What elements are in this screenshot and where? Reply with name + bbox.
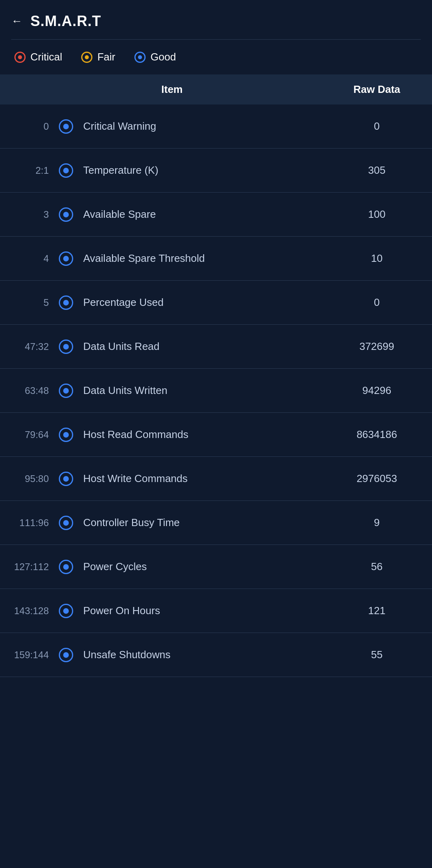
row-id: 95:80 xyxy=(11,473,55,484)
col-item-header: Item xyxy=(11,83,333,96)
status-circle xyxy=(59,648,73,662)
critical-icon xyxy=(14,52,26,63)
status-circle xyxy=(59,251,73,266)
header: ← S.M.A.R.T xyxy=(0,0,432,39)
status-circle xyxy=(59,119,73,134)
page-title: S.M.A.R.T xyxy=(30,13,101,30)
status-circle xyxy=(59,516,73,530)
row-status-icon xyxy=(55,207,77,222)
table-row: 47:32 Data Units Read 372699 xyxy=(0,325,432,369)
row-value: 121 xyxy=(333,605,421,617)
row-value: 372699 xyxy=(333,340,421,353)
row-name: Available Spare Threshold xyxy=(83,251,333,265)
row-status-icon xyxy=(55,472,77,486)
table-row: 95:80 Host Write Commands 2976053 xyxy=(0,457,432,501)
legend-fair: Fair xyxy=(81,51,115,63)
row-status-icon xyxy=(55,384,77,398)
row-name: Unsafe Shutdowns xyxy=(83,647,333,662)
row-status-icon xyxy=(55,295,77,310)
row-id: 4 xyxy=(11,253,55,264)
table-row: 127:112 Power Cycles 56 xyxy=(0,545,432,589)
row-id: 159:144 xyxy=(11,649,55,661)
row-status-icon xyxy=(55,604,77,618)
fair-label: Fair xyxy=(97,51,115,63)
row-name: Power Cycles xyxy=(83,559,333,574)
good-label: Good xyxy=(150,51,176,63)
table-row: 79:64 Host Read Commands 8634186 xyxy=(0,413,432,457)
row-id: 3 xyxy=(11,209,55,220)
row-name: Percentage Used xyxy=(83,295,333,309)
table-body: 0 Critical Warning 0 2:1 Temperature (K)… xyxy=(0,104,432,677)
status-circle xyxy=(59,384,73,398)
row-id: 111:96 xyxy=(11,517,55,528)
row-name: Controller Busy Time xyxy=(83,515,333,530)
row-name: Data Units Read xyxy=(83,339,333,354)
table-row: 4 Available Spare Threshold 10 xyxy=(0,237,432,281)
row-status-icon xyxy=(55,560,77,574)
row-name: Host Read Commands xyxy=(83,427,333,442)
row-value: 55 xyxy=(333,649,421,661)
row-status-icon xyxy=(55,119,77,134)
row-id: 143:128 xyxy=(11,605,55,617)
table-row: 63:48 Data Units Written 94296 xyxy=(0,369,432,413)
row-value: 94296 xyxy=(333,384,421,397)
good-icon xyxy=(134,52,146,63)
row-id: 63:48 xyxy=(11,385,55,396)
table-row: 143:128 Power On Hours 121 xyxy=(0,589,432,633)
row-name: Available Spare xyxy=(83,207,333,221)
row-id: 47:32 xyxy=(11,341,55,352)
status-circle xyxy=(59,207,73,222)
row-name: Host Write Commands xyxy=(83,471,333,486)
legend-good: Good xyxy=(134,51,176,63)
status-circle xyxy=(59,604,73,618)
row-id: 79:64 xyxy=(11,429,55,440)
row-name: Data Units Written xyxy=(83,383,333,398)
row-value: 10 xyxy=(333,252,421,265)
row-id: 0 xyxy=(11,121,55,132)
row-value: 100 xyxy=(333,208,421,221)
back-button[interactable]: ← xyxy=(11,15,22,28)
row-status-icon xyxy=(55,163,77,178)
status-circle xyxy=(59,340,73,354)
status-circle xyxy=(59,163,73,178)
status-circle xyxy=(59,560,73,574)
status-circle xyxy=(59,428,73,442)
row-value: 305 xyxy=(333,164,421,177)
row-id: 5 xyxy=(11,297,55,308)
fair-icon xyxy=(81,52,92,63)
row-value: 56 xyxy=(333,561,421,573)
row-id: 127:112 xyxy=(11,561,55,573)
row-status-icon xyxy=(55,516,77,530)
row-value: 2976053 xyxy=(333,472,421,485)
table-row: 2:1 Temperature (K) 305 xyxy=(0,149,432,193)
row-status-icon xyxy=(55,340,77,354)
legend: Critical Fair Good xyxy=(0,40,432,74)
critical-label: Critical xyxy=(30,51,62,63)
row-status-icon xyxy=(55,251,77,266)
status-circle xyxy=(59,472,73,486)
legend-critical: Critical xyxy=(14,51,62,63)
table-row: 0 Critical Warning 0 xyxy=(0,104,432,149)
table-row: 111:96 Controller Busy Time 9 xyxy=(0,501,432,545)
row-value: 0 xyxy=(333,120,421,133)
table-row: 3 Available Spare 100 xyxy=(0,193,432,237)
row-status-icon xyxy=(55,648,77,662)
row-name: Temperature (K) xyxy=(83,163,333,177)
table-row: 5 Percentage Used 0 xyxy=(0,281,432,325)
row-name: Critical Warning xyxy=(83,119,333,133)
row-value: 9 xyxy=(333,516,421,529)
row-name: Power On Hours xyxy=(83,603,333,618)
row-value: 8634186 xyxy=(333,428,421,441)
table-row: 159:144 Unsafe Shutdowns 55 xyxy=(0,633,432,677)
row-id: 2:1 xyxy=(11,165,55,176)
smart-table: Item Raw Data 0 Critical Warning 0 2:1 T… xyxy=(0,74,432,677)
status-circle xyxy=(59,295,73,310)
table-header: Item Raw Data xyxy=(0,74,432,104)
row-value: 0 xyxy=(333,296,421,309)
row-status-icon xyxy=(55,428,77,442)
col-raw-header: Raw Data xyxy=(333,83,421,96)
